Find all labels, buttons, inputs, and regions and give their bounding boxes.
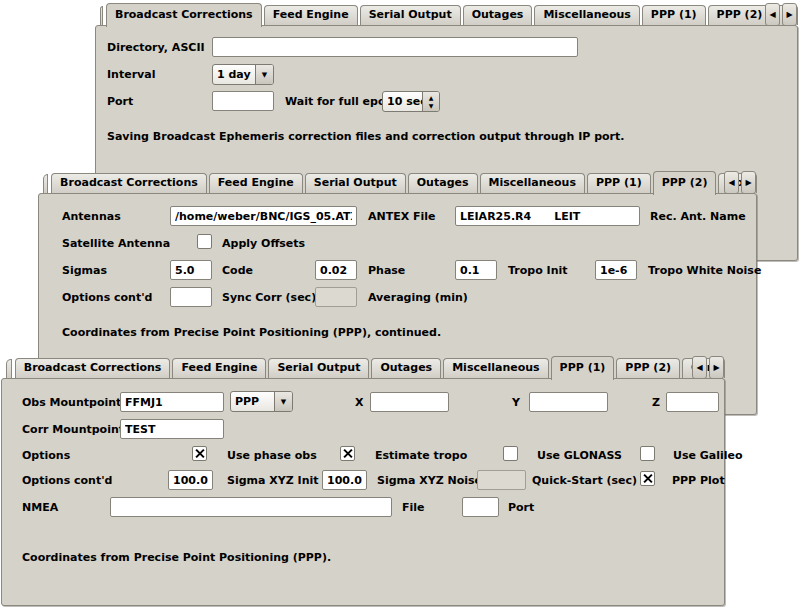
code-input[interactable] [315, 260, 357, 280]
sigma-xyz-noise-input[interactable] [322, 470, 367, 490]
nmea-file-input[interactable] [110, 497, 392, 517]
tab-feed-engine[interactable]: Feed Engine [209, 173, 303, 193]
obs-mountpoint-label: Obs Mountpoint [22, 395, 121, 411]
corr-mountpoint-label: Corr Mountpoint [22, 422, 124, 438]
sigma-xyz-init-input[interactable] [168, 470, 213, 490]
directory-ascii-input[interactable] [212, 37, 578, 57]
port-input[interactable] [212, 91, 274, 111]
tab-scroll-right-button[interactable]: ▶ [782, 3, 797, 26]
tab-overflow-sliver [43, 174, 48, 193]
apply-offsets-checkbox[interactable] [197, 234, 212, 249]
ppp-plot-label: PPP Plot [672, 473, 725, 489]
antex-file-input[interactable] [455, 206, 640, 226]
tab-feed-engine[interactable]: Feed Engine [264, 5, 358, 25]
options-contd-label: Options cont'd [62, 290, 152, 306]
ppp1-panel: Broadcast Corrections Feed Engine Serial… [1, 353, 725, 606]
tab-ppp-2[interactable]: PPP (2) [708, 5, 772, 25]
phase-label: Phase [368, 263, 405, 279]
x-label: X [355, 395, 363, 411]
tab-overflow-sliver [6, 359, 12, 378]
screen: Broadcast Corrections Feed Engine Serial… [0, 0, 808, 613]
use-phase-obs-checkbox[interactable] [192, 446, 207, 461]
tab-ppp-1[interactable]: PPP (1) [642, 5, 706, 25]
tab-serial-output[interactable]: Serial Output [360, 5, 461, 25]
corr-mountpoint-input[interactable] [120, 419, 224, 439]
satellite-antenna-label: Satellite Antenna [62, 236, 170, 252]
tab-serial-output[interactable]: Serial Output [268, 358, 369, 378]
quick-start-input [477, 470, 526, 490]
wait-epoch-spinbox[interactable]: 10 sec ▲ ▼ [382, 91, 440, 112]
nmea-port-input[interactable] [462, 497, 499, 517]
interval-dropdown[interactable]: 1 day ▼ [212, 64, 274, 85]
ppp1-description: Coordinates from Precise Point Positioni… [22, 551, 331, 564]
ppp-plot-checkbox[interactable] [640, 471, 655, 486]
use-glonass-checkbox[interactable] [503, 446, 518, 461]
code-label: Code [222, 263, 253, 279]
tab-ppp-1[interactable]: PPP (1) [551, 356, 615, 380]
sync-corr-label: Sync Corr (sec) [222, 290, 316, 306]
chevron-down-icon: ▼ [274, 392, 292, 411]
options-contd-input[interactable] [170, 287, 212, 307]
x-input[interactable] [370, 392, 449, 412]
tropo-white-noise-label: Tropo White Noise [648, 263, 761, 279]
port-label: Port [107, 94, 133, 110]
antex-file-label: ANTEX File [368, 209, 436, 225]
wait-epoch-value: 10 sec [383, 92, 422, 111]
sync-corr-input [315, 287, 357, 307]
tab-scroll-buttons: ◀ ▶ [692, 356, 724, 379]
quick-start-label: Quick-Start (sec) [532, 473, 637, 489]
estimate-tropo-checkbox[interactable] [340, 446, 355, 461]
sigmas-input[interactable] [170, 260, 212, 280]
z-input[interactable] [666, 392, 719, 412]
ppp-mode-value: PPP [231, 392, 274, 411]
z-label: Z [652, 395, 660, 411]
tab-broadcast-corrections[interactable]: Broadcast Corrections [106, 3, 262, 27]
interval-value: 1 day [213, 65, 255, 84]
tab-scroll-left-button[interactable]: ◀ [692, 356, 707, 379]
tab-outages[interactable]: Outages [408, 173, 478, 193]
obs-mountpoint-input[interactable] [120, 392, 224, 412]
antennas-input[interactable] [170, 206, 357, 226]
chevron-down-icon: ▼ [255, 65, 273, 84]
y-label: Y [512, 395, 520, 411]
tab-ppp-2[interactable]: PPP (2) [653, 171, 717, 195]
directory-ascii-label: Directory, ASCII [107, 40, 205, 56]
use-galileo-checkbox[interactable] [640, 446, 655, 461]
spin-up-icon[interactable]: ▲ [429, 94, 434, 102]
antennas-label: Antennas [62, 209, 121, 225]
tab-miscellaneous[interactable]: Miscellaneous [443, 358, 548, 378]
use-glonass-label: Use GLONASS [537, 448, 622, 464]
tab-outages[interactable]: Outages [463, 5, 533, 25]
y-input[interactable] [529, 392, 608, 412]
tab-ppp-1[interactable]: PPP (1) [587, 173, 651, 193]
spin-down-icon[interactable]: ▼ [429, 102, 434, 110]
tab-miscellaneous[interactable]: Miscellaneous [480, 173, 585, 193]
tab-scroll-right-button[interactable]: ▶ [741, 171, 756, 194]
sigma-xyz-init-label: Sigma XYZ Init [227, 473, 319, 489]
tropo-init-label: Tropo Init [508, 263, 568, 279]
ppp2-description: Coordinates from Precise Point Positioni… [62, 326, 441, 339]
tab-scroll-left-button[interactable]: ◀ [724, 171, 739, 194]
ppp-mode-dropdown[interactable]: PPP ▼ [230, 391, 293, 412]
tab-miscellaneous[interactable]: Miscellaneous [534, 5, 639, 25]
port-label: Port [508, 500, 534, 516]
tab-outages[interactable]: Outages [371, 358, 441, 378]
tab-scroll-right-button[interactable]: ▶ [709, 356, 724, 379]
tropo-init-input[interactable] [595, 260, 637, 280]
broadcast-tabbar: Broadcast Corrections Feed Engine Serial… [100, 0, 798, 26]
broadcast-description: Saving Broadcast Ephemeris correction fi… [107, 130, 624, 143]
sigmas-label: Sigmas [62, 263, 107, 279]
averaging-label: Averaging (min) [368, 290, 468, 306]
file-label: File [402, 500, 425, 516]
tab-feed-engine[interactable]: Feed Engine [172, 358, 266, 378]
tab-scroll-buttons: ◀ ▶ [724, 171, 756, 194]
tab-broadcast-corrections[interactable]: Broadcast Corrections [15, 358, 171, 378]
tab-broadcast-corrections[interactable]: Broadcast Corrections [51, 173, 207, 193]
tab-serial-output[interactable]: Serial Output [305, 173, 406, 193]
tab-ppp-2[interactable]: PPP (2) [616, 358, 680, 378]
checkbox-mark [642, 473, 653, 484]
use-galileo-label: Use Galileo [673, 448, 743, 464]
phase-input[interactable] [455, 260, 497, 280]
tab-scroll-left-button[interactable]: ◀ [765, 3, 780, 26]
options-contd-label: Options cont'd [22, 473, 112, 489]
